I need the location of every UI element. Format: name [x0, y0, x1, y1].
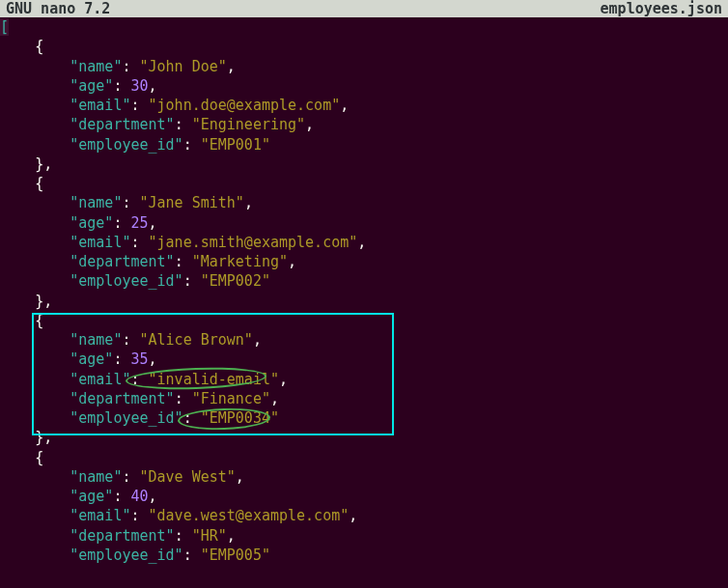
json-key: "email" — [70, 97, 130, 114]
json-key: "email" — [70, 234, 130, 251]
json-number: 35 — [130, 350, 148, 368]
json-brace-open: { — [35, 449, 43, 466]
json-brace-open: { — [35, 38, 43, 55]
json-string: "HR" — [192, 527, 227, 545]
json-key: "email" — [70, 507, 130, 524]
filename: employees.json — [601, 0, 722, 18]
json-string: "john.doe@example.com" — [149, 97, 341, 114]
json-brace-open: { — [35, 312, 43, 329]
json-number: 25 — [130, 214, 148, 232]
json-string: "Dave West" — [140, 468, 236, 486]
json-string: "Jane Smith" — [140, 194, 244, 211]
json-string: "Alice Brown" — [140, 331, 253, 349]
json-key: "employee_id" — [70, 136, 182, 154]
json-string: "dave.west@example.com" — [149, 507, 350, 524]
json-string: "EMP0034" — [201, 409, 279, 427]
json-key: "department" — [70, 116, 174, 133]
json-brace-close: }, — [35, 293, 52, 310]
json-string: "invalid-email" — [149, 371, 279, 388]
json-key: "department" — [70, 253, 174, 270]
json-number: 30 — [130, 77, 148, 95]
app-name: GNU nano 7.2 — [6, 0, 110, 18]
json-key: "employee_id" — [70, 546, 182, 564]
json-key: "age" — [70, 350, 113, 368]
json-key: "employee_id" — [70, 272, 182, 290]
json-key: "name" — [70, 331, 122, 349]
json-string: "EMP001" — [201, 136, 270, 154]
editor-content[interactable]: [ { "name": "John Doe", "age": 30, "emai… — [0, 17, 728, 565]
json-key: "email" — [70, 371, 130, 388]
json-key: "department" — [70, 390, 174, 407]
json-brace-close: }, — [35, 155, 52, 173]
json-string: "Marketing" — [192, 253, 288, 270]
json-string: "jane.smith@example.com" — [149, 234, 358, 251]
json-key: "age" — [70, 488, 113, 505]
json-string: "Engineering" — [192, 116, 305, 133]
json-brace-close: }, — [35, 429, 52, 446]
json-string: "EMP002" — [201, 272, 270, 290]
json-string: "EMP005" — [201, 546, 270, 564]
json-key: "employee_id" — [70, 409, 182, 427]
json-number: 40 — [130, 488, 148, 505]
json-key: "age" — [70, 214, 113, 232]
json-string: "John Doe" — [140, 58, 227, 75]
editor-titlebar: GNU nano 7.2 employees.json — [0, 0, 728, 17]
json-array-open: [ — [0, 18, 9, 36]
json-key: "department" — [70, 527, 174, 545]
json-key: "age" — [70, 77, 113, 95]
json-key: "name" — [70, 58, 122, 75]
json-key: "name" — [70, 194, 122, 211]
json-key: "name" — [70, 468, 122, 486]
json-brace-open: { — [35, 175, 43, 192]
json-string: "Finance" — [192, 390, 270, 407]
